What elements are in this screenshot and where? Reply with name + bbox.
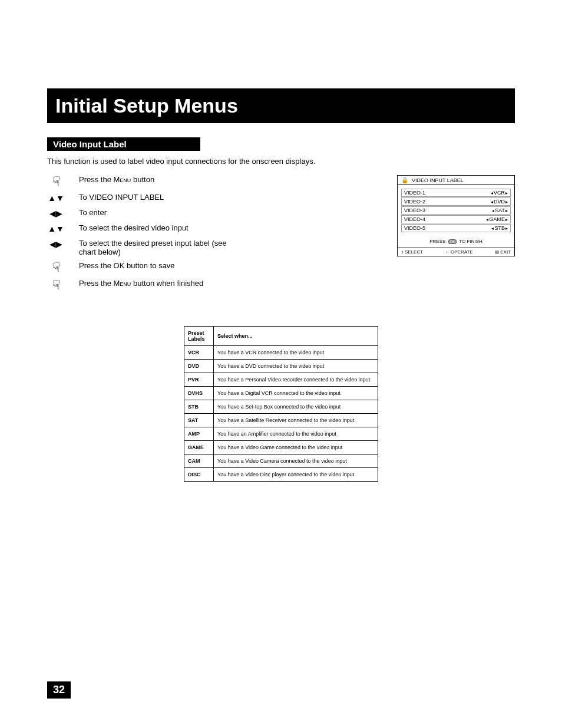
osd-row: VIDEO-4GAME bbox=[401, 215, 511, 223]
step: ▲▼ To VIDEO INPUT LABEL bbox=[47, 193, 379, 203]
preset-table: Preset Labels Select when... VCRYou have… bbox=[184, 326, 378, 482]
hand-icon: ☟ bbox=[47, 279, 65, 292]
step: ▲▼ To select the desired video input bbox=[47, 223, 379, 234]
step: ◀▶ To enter bbox=[47, 208, 379, 219]
table-row: GAMEYou have a Video Game connected to t… bbox=[184, 441, 378, 454]
table-row: DVHSYou have a Digital VCR connected to … bbox=[184, 387, 378, 400]
table-header-row: Preset Labels Select when... bbox=[184, 327, 378, 346]
leftright-icon: ↔ bbox=[445, 249, 449, 255]
updown-icon: ↕ bbox=[401, 249, 404, 255]
updown-icon: ▲▼ bbox=[47, 223, 65, 234]
page-number: 32 bbox=[47, 681, 71, 699]
table-row: DVDYou have a DVD connected to the video… bbox=[184, 360, 378, 373]
table-row: DISCYou have a Video Disc player connect… bbox=[184, 468, 378, 482]
intro-text: This function is used to label video inp… bbox=[47, 157, 515, 166]
step-text: Press the Menu button when finished bbox=[79, 279, 203, 288]
osd-footer-select: ↕SELECT bbox=[401, 249, 423, 255]
page-title: Initial Setup Menus bbox=[47, 92, 246, 120]
leftright-icon: ◀▶ bbox=[47, 239, 65, 249]
step-text: Press the OK button to save bbox=[79, 261, 175, 270]
title-bar: Initial Setup Menus bbox=[47, 88, 515, 123]
lock-icon: 🔒 bbox=[401, 177, 408, 183]
step: ☟ Press the Menu button when finished bbox=[47, 279, 379, 292]
osd-title-text: VIDEO INPUT LABEL bbox=[412, 177, 464, 183]
header-preset-labels: Preset Labels bbox=[184, 327, 214, 346]
table-row: PVRYou have a Personal Video recorder co… bbox=[184, 373, 378, 387]
osd-footer-exit: EXIT bbox=[495, 249, 511, 255]
leftright-icon: ◀▶ bbox=[47, 208, 65, 219]
osd-column: 🔒 VIDEO INPUT LABEL VIDEO-1VCR VIDEO-2DV… bbox=[397, 175, 515, 256]
osd-finish-text: PRESS OK TO FINISH bbox=[398, 234, 514, 248]
osd-list: VIDEO-1VCR VIDEO-2DVD VIDEO-3SAT VIDEO-4… bbox=[398, 185, 514, 234]
step-text: Press the Menu button bbox=[79, 175, 154, 184]
exit-icon bbox=[495, 251, 500, 254]
osd-row: VIDEO-1VCR bbox=[401, 189, 511, 197]
ok-icon: OK bbox=[448, 239, 457, 244]
step: ☟ Press the OK button to save bbox=[47, 261, 379, 274]
hand-icon: ☟ bbox=[47, 175, 65, 188]
step-text: To select the desired preset input label… bbox=[79, 239, 232, 256]
osd-row: VIDEO-3SAT bbox=[401, 206, 511, 215]
table-row: VCRYou have a VCR connected to the video… bbox=[184, 346, 378, 360]
osd-panel: 🔒 VIDEO INPUT LABEL VIDEO-1VCR VIDEO-2DV… bbox=[397, 175, 515, 256]
updown-icon: ▲▼ bbox=[47, 193, 65, 203]
page: Initial Setup Menus Video Input Label Th… bbox=[0, 0, 562, 728]
step-text: To enter bbox=[79, 208, 107, 217]
osd-row: VIDEO-5STB bbox=[401, 224, 511, 232]
step-text: To select the desired video input bbox=[79, 223, 189, 232]
step: ◀▶ To select the desired preset input la… bbox=[47, 239, 379, 256]
step: ☟ Press the Menu button bbox=[47, 175, 379, 188]
osd-footer-operate: ↔OPERATE bbox=[445, 249, 473, 255]
content-columns: ☟ Press the Menu button ▲▼ To VIDEO INPU… bbox=[47, 175, 515, 297]
osd-footer: ↕SELECT ↔OPERATE EXIT bbox=[398, 248, 514, 256]
osd-title-row: 🔒 VIDEO INPUT LABEL bbox=[398, 176, 514, 185]
header-select-when: Select when... bbox=[214, 327, 378, 346]
steps-column: ☟ Press the Menu button ▲▼ To VIDEO INPU… bbox=[47, 175, 379, 297]
table-row: CAMYou have a Video Camera connected to … bbox=[184, 454, 378, 468]
step-text: To VIDEO INPUT LABEL bbox=[79, 193, 164, 202]
hand-icon: ☟ bbox=[47, 261, 65, 274]
osd-row: VIDEO-2DVD bbox=[401, 197, 511, 206]
section-heading: Video Input Label bbox=[47, 137, 200, 151]
table-row: STBYou have a Set-top Box connected to t… bbox=[184, 400, 378, 414]
table-row: AMPYou have an Amplifier connected to th… bbox=[184, 427, 378, 441]
table-row: SATYou have a Satellite Receiver connect… bbox=[184, 414, 378, 427]
